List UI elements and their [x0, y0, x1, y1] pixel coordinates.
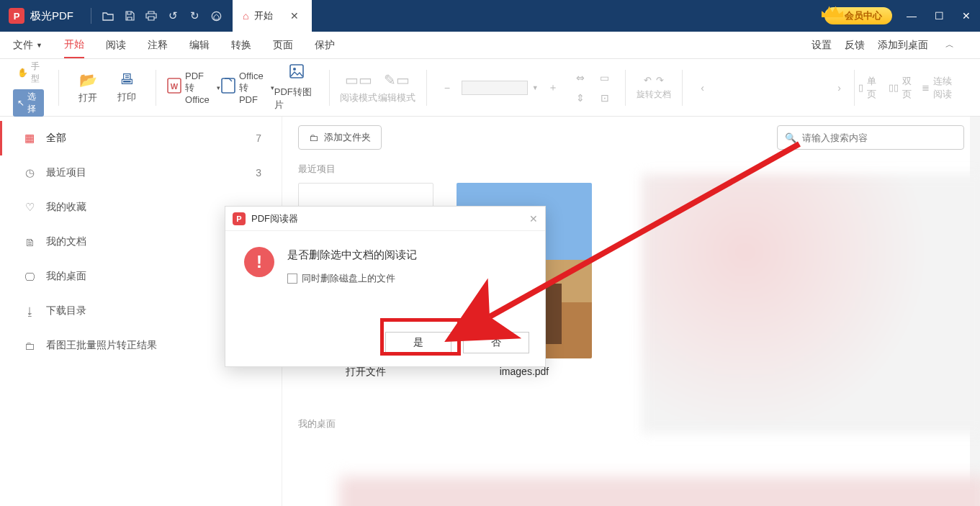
title-bar: P 极光PDF ↺ ↻ ⌂ 开始 ✕ 会员中心 — ☐ ✕: [0, 0, 980, 32]
save-icon[interactable]: [119, 0, 140, 32]
fit-page-icon[interactable]: ▭: [595, 69, 615, 86]
tab-label: 开始: [254, 9, 273, 22]
warning-icon: !: [244, 247, 274, 277]
dialog-titlebar: P PDF阅读器 ✕: [225, 207, 545, 231]
download-icon: ⭳: [23, 304, 36, 317]
fit-width-icon[interactable]: ⇔: [570, 69, 590, 86]
dialog-no-button[interactable]: 否: [463, 332, 529, 353]
continuous-icon: ≣: [922, 82, 930, 93]
window-minimize-icon[interactable]: —: [898, 0, 925, 32]
tool-select[interactable]: ↖选择: [13, 89, 44, 117]
dialog-logo-icon: P: [233, 212, 246, 225]
ribbon-office2pdf[interactable]: Office转PDF▾: [220, 66, 274, 109]
sidebar-item-all[interactable]: ▦ 全部 7: [0, 121, 282, 155]
printer-icon: 🖶: [120, 71, 134, 88]
nav-prev-icon[interactable]: ‹: [693, 79, 713, 96]
print-icon[interactable]: [140, 0, 162, 32]
sidebar-item-label: 最近项目: [46, 166, 86, 179]
book-icon: ▭▭: [345, 71, 372, 89]
view-double[interactable]: ▯▯双页: [889, 75, 912, 101]
ribbon-print[interactable]: 🖶 打印: [107, 66, 145, 109]
menu-read[interactable]: 阅读: [106, 32, 126, 58]
fit-height-icon[interactable]: ⇕: [570, 89, 590, 107]
zoom-out-icon[interactable]: −: [437, 79, 457, 96]
actual-size-icon[interactable]: ⊡: [595, 89, 615, 107]
svg-rect-3: [222, 78, 235, 93]
menu-protect[interactable]: 保护: [315, 32, 335, 58]
menu-annotate[interactable]: 注释: [148, 32, 168, 58]
sidebar-item-label: 我的桌面: [46, 270, 86, 283]
ribbon-toolbar: ✋手型 ↖选择 📂 打开 🖶 打印 W PDF转Office▾ Office转P…: [0, 59, 980, 117]
menu-page[interactable]: 页面: [273, 32, 293, 58]
view-continuous[interactable]: ≣连续阅读: [922, 75, 957, 101]
window-maximize-icon[interactable]: ☐: [925, 0, 953, 32]
search-input[interactable]: [802, 132, 956, 143]
ribbon-readmode[interactable]: ▭▭ 阅读模式: [339, 66, 377, 109]
sidebar-item-count: 7: [256, 132, 261, 144]
sidebar-item-label: 下载目录: [46, 304, 86, 317]
menu-feedback[interactable]: 反馈: [845, 39, 865, 52]
ribbon-editmode[interactable]: ✎▭ 编辑模式: [378, 66, 416, 109]
grid-icon: ▦: [23, 132, 36, 145]
add-folder-button[interactable]: 🗀 添加文件夹: [298, 125, 382, 150]
dialog-yes-button[interactable]: 是: [385, 332, 451, 353]
zoom-in-icon[interactable]: ＋: [543, 79, 563, 96]
vip-center-button[interactable]: 会员中心: [824, 7, 892, 24]
zoom-field[interactable]: [462, 81, 528, 95]
ribbon-pdf2img[interactable]: PDF转图片: [274, 66, 319, 109]
menu-edit[interactable]: 编辑: [189, 32, 210, 58]
search-icon: 🔍: [785, 132, 796, 143]
blurred-content: [642, 174, 980, 433]
heart-icon: ♡: [23, 201, 36, 214]
zoom-dropdown-icon[interactable]: ▼: [532, 84, 539, 91]
app-title: 极光PDF: [30, 9, 73, 23]
cursor-icon: ↖: [17, 98, 24, 108]
menu-convert[interactable]: 转换: [231, 32, 251, 58]
menu-settings[interactable]: 设置: [812, 39, 832, 52]
open-folder-icon[interactable]: [97, 0, 119, 32]
ribbon-rotate[interactable]: ↶↷ 旋转文档: [635, 75, 671, 101]
view-single[interactable]: ▯单页: [858, 75, 878, 101]
sidebar-item-label: 全部: [46, 132, 66, 145]
undo-icon[interactable]: ↺: [162, 0, 184, 32]
pdf-icon: [220, 77, 236, 98]
rotate-right-icon[interactable]: ↷: [656, 75, 664, 86]
folder-icon: 📂: [79, 71, 97, 89]
sidebar-item-recent[interactable]: ◷ 最近项目 3: [0, 155, 282, 190]
menu-file[interactable]: 文件▼: [13, 32, 42, 58]
ribbon-open[interactable]: 📂 打开: [69, 66, 107, 109]
file-card-caption: 打开文件: [346, 366, 386, 379]
confirm-dialog: P PDF阅读器 ✕ ! 是否删除选中文档的阅读记 同时删除磁盘上的文件 是 否: [225, 206, 546, 367]
menu-add-desktop[interactable]: 添加到桌面: [878, 39, 928, 52]
menu-start[interactable]: 开始: [64, 32, 84, 58]
tool-hand[interactable]: ✋手型: [13, 59, 44, 86]
double-page-icon: ▯▯: [889, 82, 899, 93]
tab-close-icon[interactable]: ✕: [290, 10, 299, 22]
search-box[interactable]: 🔍: [777, 125, 964, 150]
svg-point-5: [293, 68, 296, 71]
dialog-close-icon[interactable]: ✕: [529, 213, 538, 225]
menu-strip: 文件▼ 开始 阅读 注释 编辑 转换 页面 保护 设置 反馈 添加到桌面 ︿: [0, 32, 980, 59]
document-icon: 🗎: [23, 235, 36, 248]
home-shortcut-icon[interactable]: [205, 0, 227, 32]
window-close-icon[interactable]: ✕: [953, 0, 980, 32]
clock-icon: ◷: [23, 166, 36, 179]
single-page-icon: ▯: [858, 82, 863, 93]
redo-icon[interactable]: ↻: [184, 0, 205, 32]
app-logo-icon: P: [9, 8, 24, 24]
tab-start[interactable]: ⌂ 开始 ✕: [233, 0, 312, 32]
sidebar-item-count: 3: [256, 167, 261, 179]
menu-collapse-icon[interactable]: ︿: [945, 39, 954, 51]
nav-next-icon[interactable]: ›: [830, 79, 850, 96]
dialog-title: PDF阅读器: [251, 212, 298, 225]
hand-icon: ✋: [17, 68, 28, 78]
sidebar-item-label: 我的文档: [46, 235, 86, 248]
dialog-checkbox[interactable]: 同时删除磁盘上的文件: [287, 272, 417, 285]
ribbon-pdf2office[interactable]: W PDF转Office▾: [166, 66, 220, 109]
sidebar-item-label: 我的收藏: [46, 201, 86, 214]
vip-crown-icon: [822, 1, 843, 17]
rotate-left-icon[interactable]: ↶: [644, 75, 652, 86]
svg-rect-4: [290, 65, 303, 78]
word-icon: W: [166, 77, 182, 98]
file-card-caption: images.pdf: [500, 366, 549, 377]
